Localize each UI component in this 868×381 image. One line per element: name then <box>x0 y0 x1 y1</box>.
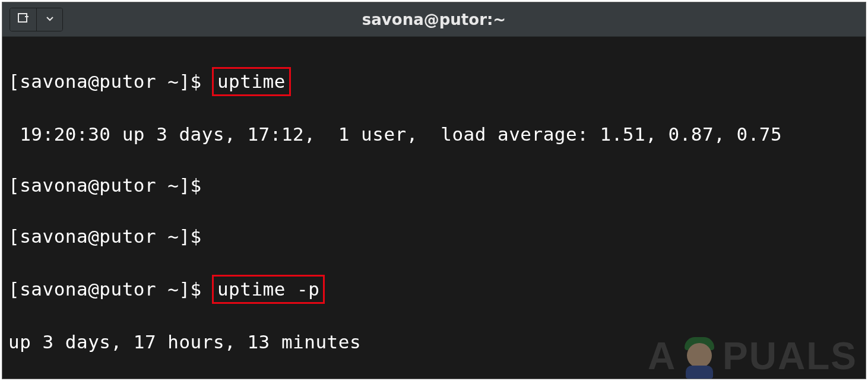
shell-prompt: [savona@putor ~]$ <box>8 71 213 92</box>
svg-rect-0 <box>18 14 27 22</box>
new-tab-icon <box>17 12 30 27</box>
shell-prompt: [savona@putor ~]$ <box>8 173 860 198</box>
window-title: savona@putor:~ <box>2 11 866 28</box>
titlebar: savona@putor:~ <box>2 2 866 37</box>
output-line: 19:20:30 up 3 days, 17:12, 1 user, load … <box>8 122 860 147</box>
command-text: uptime -p <box>217 278 319 300</box>
chevron-down-icon <box>45 14 55 26</box>
new-tab-button[interactable] <box>10 8 36 31</box>
command-text: uptime <box>217 71 286 92</box>
titlebar-button-group <box>9 8 63 31</box>
menu-dropdown-button[interactable] <box>36 8 62 31</box>
command-highlight: uptime <box>212 67 291 96</box>
shell-prompt: [savona@putor ~]$ <box>8 224 860 249</box>
shell-prompt: [savona@putor ~]$ <box>8 278 213 300</box>
terminal-output[interactable]: [savona@putor ~]$ uptime 19:20:30 up 3 d… <box>2 37 866 379</box>
output-line: up 3 days, 17 hours, 13 minutes <box>8 329 860 355</box>
command-highlight: uptime -p <box>212 275 325 304</box>
terminal-window: savona@putor:~ [savona@putor ~]$ uptime … <box>2 2 866 379</box>
